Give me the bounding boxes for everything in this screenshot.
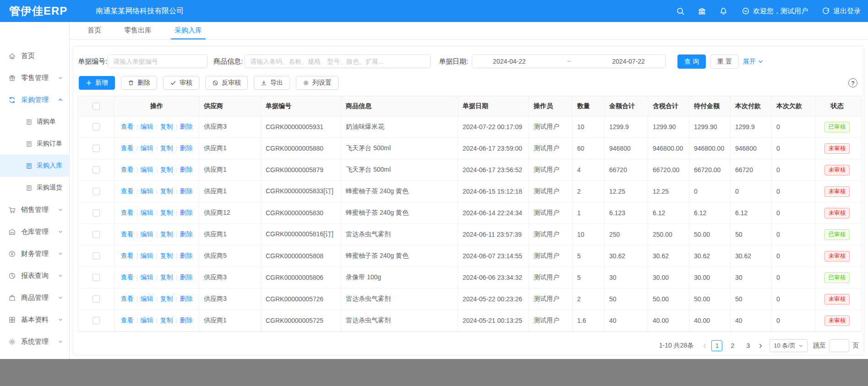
- date-from[interactable]: 2024-04-22: [493, 58, 526, 65]
- date-range-picker[interactable]: 2024-04-22 ~ 2024-07-22: [472, 54, 666, 68]
- delete-link[interactable]: 删除: [180, 252, 193, 260]
- bell-icon[interactable]: [719, 7, 728, 16]
- page-numbers: 123: [709, 340, 756, 351]
- delete-link[interactable]: 删除: [180, 123, 193, 131]
- product-info-input[interactable]: [245, 54, 431, 68]
- view-link[interactable]: 查看: [121, 252, 134, 260]
- next-page-button[interactable]: [756, 339, 765, 352]
- view-link[interactable]: 查看: [121, 187, 134, 196]
- copy-link[interactable]: 复制: [160, 144, 173, 152]
- row-checkbox[interactable]: [93, 231, 100, 238]
- bank-icon[interactable]: [698, 7, 706, 16]
- delete-link[interactable]: 删除: [180, 273, 193, 282]
- copy-link[interactable]: 复制: [160, 230, 173, 239]
- delete-link[interactable]: 删除: [180, 187, 193, 196]
- status-badge: 已审核: [824, 122, 850, 132]
- copy-link[interactable]: 复制: [160, 252, 173, 260]
- sidebar-item[interactable]: 系统管理: [0, 331, 69, 353]
- view-link[interactable]: 查看: [121, 295, 134, 303]
- copy-link[interactable]: 复制: [160, 209, 173, 217]
- sidebar-item[interactable]: 报表查询: [0, 265, 69, 287]
- tab[interactable]: 零售出库: [114, 22, 162, 39]
- edit-link[interactable]: 编辑: [141, 316, 153, 325]
- audit-button[interactable]: 审核: [163, 76, 199, 90]
- search-button[interactable]: 查 询: [677, 54, 706, 69]
- sidebar-item[interactable]: 首页: [0, 45, 69, 67]
- delete-link[interactable]: 删除: [180, 166, 193, 174]
- delete-link[interactable]: 删除: [180, 316, 193, 325]
- view-link[interactable]: 查看: [121, 166, 134, 174]
- edit-link[interactable]: 编辑: [141, 166, 153, 174]
- row-checkbox[interactable]: [93, 166, 100, 174]
- select-all-checkbox[interactable]: [93, 103, 100, 110]
- copy-link[interactable]: 复制: [160, 273, 173, 282]
- tab[interactable]: 采购入库: [164, 22, 212, 39]
- page-size-select[interactable]: 10 条/页: [770, 339, 808, 352]
- sidebar-subitem[interactable]: 采购入库: [0, 155, 69, 177]
- view-link[interactable]: 查看: [121, 209, 134, 217]
- reset-button[interactable]: 重 置: [710, 54, 739, 69]
- sidebar-subitem[interactable]: 采购退货: [0, 177, 69, 199]
- copy-link[interactable]: 复制: [160, 166, 173, 174]
- row-checkbox[interactable]: [93, 295, 100, 303]
- sidebar-item-label: 销售管理: [21, 206, 49, 214]
- action-divider: [137, 189, 137, 195]
- row-checkbox[interactable]: [93, 317, 100, 324]
- add-button[interactable]: 新增: [79, 76, 115, 90]
- copy-link[interactable]: 复制: [160, 187, 173, 196]
- delete-link[interactable]: 删除: [180, 230, 193, 239]
- sidebar-item[interactable]: 零售管理: [0, 67, 69, 89]
- help-icon[interactable]: ?: [848, 78, 857, 87]
- tab[interactable]: 首页: [77, 22, 111, 39]
- row-checkbox[interactable]: [93, 252, 100, 260]
- unaudit-button[interactable]: 反审核: [205, 76, 248, 90]
- page-number-1[interactable]: 1: [711, 340, 722, 351]
- row-checkbox[interactable]: [93, 188, 100, 195]
- sidebar-item[interactable]: 基本资料: [0, 309, 69, 331]
- expand-filters-link[interactable]: 展开: [743, 54, 764, 69]
- column-settings-button[interactable]: 列设置: [296, 76, 338, 90]
- prev-page-button[interactable]: [700, 339, 709, 352]
- jump-to-input[interactable]: [829, 339, 849, 352]
- logout-button[interactable]: 退出登录: [822, 7, 861, 16]
- edit-link[interactable]: 编辑: [141, 187, 153, 196]
- delete-link[interactable]: 删除: [180, 209, 193, 217]
- sidebar-item[interactable]: 财务管理: [0, 243, 69, 265]
- export-button[interactable]: 导出: [254, 76, 290, 90]
- edit-link[interactable]: 编辑: [141, 144, 153, 152]
- delete-button[interactable]: 删除: [121, 76, 157, 90]
- row-checkbox[interactable]: [93, 123, 100, 130]
- order-no-input[interactable]: [108, 54, 207, 68]
- row-checkbox[interactable]: [93, 209, 100, 217]
- row-checkbox[interactable]: [93, 145, 100, 152]
- edit-link[interactable]: 编辑: [141, 295, 153, 303]
- sidebar-item[interactable]: 销售管理: [0, 199, 69, 221]
- page-number-2[interactable]: 2: [727, 340, 738, 351]
- row-checkbox[interactable]: [93, 274, 100, 281]
- view-link[interactable]: 查看: [121, 316, 134, 325]
- copy-link[interactable]: 复制: [160, 316, 173, 325]
- search-icon[interactable]: [676, 7, 685, 16]
- edit-link[interactable]: 编辑: [141, 230, 153, 239]
- page-number-3[interactable]: 3: [742, 340, 753, 351]
- copy-link[interactable]: 复制: [160, 123, 173, 131]
- edit-link[interactable]: 编辑: [141, 123, 153, 131]
- sidebar-item[interactable]: 仓库管理: [0, 221, 69, 243]
- delete-link[interactable]: 删除: [180, 144, 193, 152]
- table-row: 查看编辑复制删除供应商3CGRK00000005806录像带 100g2024-…: [78, 267, 861, 288]
- sidebar-subitem[interactable]: 请购单: [0, 111, 69, 133]
- edit-link[interactable]: 编辑: [141, 209, 153, 217]
- copy-link[interactable]: 复制: [160, 295, 173, 303]
- view-link[interactable]: 查看: [121, 144, 134, 152]
- view-link[interactable]: 查看: [121, 230, 134, 239]
- view-link[interactable]: 查看: [121, 273, 134, 282]
- sidebar-item[interactable]: 采购管理: [0, 89, 69, 111]
- user-menu[interactable]: 欢迎您，测试用户: [742, 7, 808, 16]
- date-to[interactable]: 2024-07-22: [612, 58, 645, 65]
- sidebar-item[interactable]: 商品管理: [0, 287, 69, 309]
- sidebar-subitem[interactable]: 采购订单: [0, 133, 69, 155]
- edit-link[interactable]: 编辑: [141, 252, 153, 260]
- edit-link[interactable]: 编辑: [141, 273, 153, 282]
- view-link[interactable]: 查看: [121, 123, 134, 131]
- delete-link[interactable]: 删除: [180, 295, 193, 303]
